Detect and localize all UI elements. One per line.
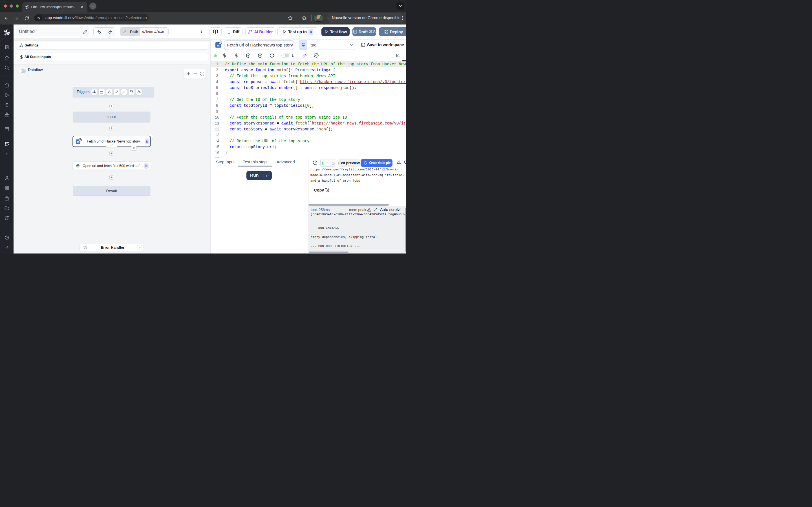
svg-text:TS: TS [77,141,80,144]
svg-text:TS: TS [216,44,220,47]
